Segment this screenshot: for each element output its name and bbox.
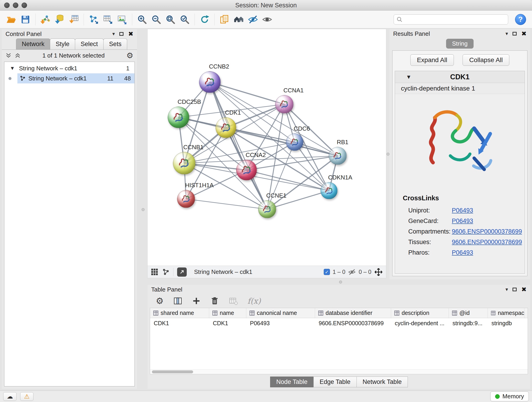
refresh-view-button[interactable]	[197, 12, 212, 27]
tab-style[interactable]: Style	[50, 38, 75, 50]
import-table-button[interactable]	[67, 12, 81, 27]
table-row[interactable]: CDK1 CDK1 P06493 9606.ENSP00000378699 cy…	[150, 318, 528, 328]
network-node-CCNA2[interactable]	[236, 160, 257, 180]
tree-collapse-icon[interactable]: ▼	[9, 65, 16, 71]
network-node-CDK1[interactable]	[215, 117, 236, 138]
network-node-CDKN1A[interactable]	[321, 182, 337, 199]
network-node-CCNE1[interactable]	[258, 200, 276, 218]
function-builder-button[interactable]: f(x)	[247, 296, 261, 306]
warnings-button[interactable]: ⚠	[20, 392, 33, 401]
network-glyph-icon[interactable]	[162, 268, 170, 276]
left-splitter-handle[interactable]	[142, 208, 145, 211]
zoom-selected-button[interactable]	[177, 12, 192, 27]
table-horizontal-scrollbar[interactable]	[150, 370, 528, 374]
network-view[interactable]: CCNB2CCNA1CDC25BCDK1CDC6RB1CCNB1CCNA2CDK…	[147, 29, 386, 278]
table-panel-float-button[interactable]	[513, 288, 517, 291]
network-node-CCNB2[interactable]	[199, 71, 221, 93]
column-header[interactable]: shared name	[150, 308, 209, 318]
control-panel-menu-icon[interactable]: ▾	[112, 32, 115, 36]
network-collection-row[interactable]: ▼ String Network – cdk1 1	[4, 63, 134, 73]
column-header[interactable]: namespac	[488, 308, 525, 318]
network-row[interactable]: String Network – cdk1 11 48	[4, 73, 134, 83]
gene-entry-header[interactable]: ▼ CDK1	[395, 71, 525, 83]
collapse-all-icon[interactable]	[6, 52, 12, 58]
results-panel-float-button[interactable]	[513, 32, 517, 36]
selection-checkbox-icon[interactable]: ✓	[324, 269, 330, 275]
expand-all-icon[interactable]	[15, 52, 21, 58]
uniprot-link[interactable]: P06493	[452, 207, 473, 214]
window-close-button[interactable]	[4, 2, 10, 8]
birds-eye-view-icon[interactable]	[151, 268, 158, 276]
tab-network-table[interactable]: Network Table	[356, 376, 408, 387]
network-node-CCNA1[interactable]	[275, 95, 293, 114]
memory-button[interactable]: Memory	[490, 391, 529, 401]
right-splitter-handle[interactable]	[386, 153, 389, 156]
tab-select[interactable]: Select	[75, 38, 104, 50]
open-session-button[interactable]	[4, 12, 18, 27]
control-panel-float-button[interactable]	[119, 32, 123, 36]
add-column-icon[interactable]	[192, 297, 201, 305]
cloud-button[interactable]: ☁	[3, 392, 17, 401]
genecard-link[interactable]: P06493	[452, 217, 473, 225]
window-minimize-button[interactable]	[13, 2, 18, 8]
table-cell[interactable]: CDK1	[209, 318, 246, 328]
table-cell[interactable]: cyclin-dependent ...	[391, 318, 449, 328]
string-results-tab[interactable]: String	[446, 39, 474, 49]
search-input[interactable]	[405, 16, 505, 23]
results-panel-close-button[interactable]: ✖	[521, 31, 526, 37]
column-header[interactable]: @id	[449, 308, 488, 318]
hide-selection-button[interactable]	[246, 12, 260, 27]
delete-table-icon[interactable]	[229, 296, 238, 306]
table-panel-close-button[interactable]: ✖	[521, 287, 526, 293]
expand-all-button[interactable]: Expand All	[410, 54, 454, 66]
collapse-entry-icon[interactable]: ▼	[406, 74, 412, 80]
tab-network[interactable]: Network	[16, 38, 50, 50]
zoom-fit-button[interactable]	[163, 12, 177, 27]
export-table-button[interactable]	[101, 12, 115, 27]
tab-edge-table[interactable]: Edge Table	[313, 376, 357, 387]
open-in-new-window-button[interactable]	[177, 268, 187, 277]
table-cell[interactable]: stringdb	[488, 318, 525, 328]
table-cell[interactable]: stringdb:9...	[449, 318, 488, 328]
pharos-link[interactable]: P06493	[452, 249, 473, 256]
delete-column-icon[interactable]	[210, 297, 219, 305]
tab-sets[interactable]: Sets	[103, 38, 127, 50]
move-crosshair-icon[interactable]	[374, 268, 383, 276]
import-network-from-database-button[interactable]	[52, 12, 67, 27]
zoom-out-button[interactable]	[149, 12, 163, 27]
home-button[interactable]	[232, 12, 246, 27]
network-node-RB1[interactable]	[329, 147, 347, 165]
show-graphics-details-button[interactable]	[260, 12, 274, 27]
column-header[interactable]: name	[209, 308, 246, 318]
gear-icon[interactable]: ⚙	[127, 51, 133, 59]
export-image-button[interactable]	[115, 12, 129, 27]
zoom-in-button[interactable]	[135, 12, 149, 27]
hidden-eye-slash-icon[interactable]	[348, 268, 356, 276]
column-header[interactable]: database identifier	[315, 308, 391, 318]
network-node-CDC6[interactable]	[286, 133, 303, 151]
column-header[interactable]: canonical name	[246, 308, 315, 318]
compartments-link[interactable]: 9606.ENSP00000378699	[452, 228, 522, 235]
table-settings-gear-icon[interactable]: ⚙	[156, 297, 164, 305]
table-cell[interactable]: CDK1	[150, 318, 209, 328]
table-panel-menu-icon[interactable]: ▾	[505, 287, 508, 292]
horizontal-splitter-handle[interactable]	[339, 281, 342, 283]
scrollbar-thumb[interactable]	[152, 370, 193, 373]
import-network-from-file-button[interactable]	[38, 12, 52, 27]
network-node-HIST1H1A[interactable]	[177, 190, 195, 208]
control-panel-close-button[interactable]: ✖	[128, 31, 133, 37]
help-button[interactable]: ?	[515, 14, 526, 25]
window-zoom-button[interactable]	[22, 2, 27, 8]
table-cell[interactable]: P06493	[246, 318, 315, 328]
copy-document-button[interactable]	[217, 12, 232, 27]
collapse-all-button[interactable]: Collapse All	[462, 54, 509, 66]
column-header[interactable]: description	[391, 308, 449, 318]
network-row-selected[interactable]: String Network – cdk1 11 48	[17, 73, 134, 83]
tissues-link[interactable]: 9606.ENSP00000378699	[452, 239, 522, 246]
save-session-button[interactable]	[18, 12, 32, 27]
network-node-CCNB1[interactable]	[173, 152, 196, 174]
table-cell[interactable]: 9606.ENSP00000378699	[315, 318, 391, 328]
network-node-CDC25B[interactable]	[168, 107, 189, 128]
export-network-button[interactable]	[87, 12, 101, 27]
show-columns-icon[interactable]	[173, 296, 182, 306]
